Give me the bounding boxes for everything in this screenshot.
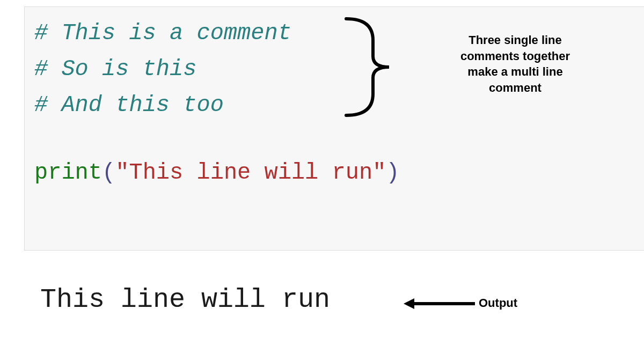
- arrow-left-icon: [402, 292, 478, 315]
- multi-comment-annotation: Three single line comments together make…: [445, 32, 585, 96]
- close-paren: ): [386, 160, 399, 186]
- print-statement: print("This line will run"): [34, 157, 634, 189]
- output-text: This line will run: [40, 284, 330, 315]
- curly-brace-icon: [341, 13, 459, 121]
- svg-marker-1: [404, 298, 414, 309]
- string-literal: "This line will run": [115, 160, 386, 186]
- function-name: print: [34, 160, 102, 186]
- blank-line: [34, 125, 634, 157]
- output-annotation: Output: [479, 296, 517, 310]
- open-paren: (: [102, 160, 115, 186]
